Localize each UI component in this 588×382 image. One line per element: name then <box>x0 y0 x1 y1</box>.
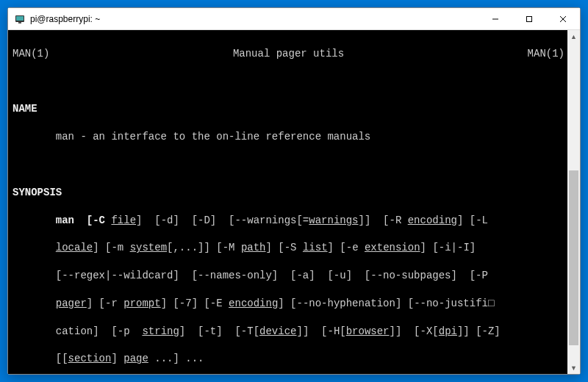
svg-rect-2 <box>18 22 21 24</box>
synopsis-line: locale] [-m system[,...]] [-M path] [-S … <box>12 241 564 255</box>
titlebar[interactable]: pi@raspberrypi: ~ <box>8 8 580 30</box>
synopsis-line: man [-C file] [-d] [-D] [--warnings[=war… <box>12 214 564 228</box>
minimize-button[interactable] <box>478 8 512 30</box>
synopsis-line: [--regex|--wildcard] [--names-only] [-a]… <box>12 269 564 283</box>
scroll-up-icon[interactable]: ▲ <box>567 30 580 43</box>
synopsis-line: [[section] page ...] ... <box>12 352 564 366</box>
section-name-heading: NAME <box>12 103 37 115</box>
section-synopsis-heading: SYNOPSIS <box>12 187 62 198</box>
vertical-scrollbar[interactable]: ▲ ▼ <box>567 30 580 374</box>
svg-rect-1 <box>16 16 24 21</box>
synopsis-line: pager] [-r prompt] [-7] [-E encoding] [-… <box>12 297 564 311</box>
scroll-down-icon[interactable]: ▼ <box>567 361 580 374</box>
name-line: man - an interface to the on-line refere… <box>12 130 564 144</box>
svg-rect-4 <box>527 16 532 21</box>
app-icon <box>14 13 26 25</box>
scrollbar-thumb[interactable] <box>569 170 578 346</box>
close-button[interactable] <box>546 8 580 30</box>
terminal-viewport[interactable]: MAN(1)Manual pager utilsMAN(1) NAME man … <box>8 30 567 374</box>
window-title: pi@raspberrypi: ~ <box>30 14 100 24</box>
scrollbar-track[interactable] <box>567 43 580 361</box>
maximize-button[interactable] <box>512 8 546 30</box>
man-header: MAN(1)Manual pager utilsMAN(1) <box>12 47 564 61</box>
synopsis-line: cation] [-p string] [-t] [-T[device]] [-… <box>12 325 564 339</box>
terminal-window: pi@raspberrypi: ~ MAN(1)Manual pager uti… <box>7 7 581 375</box>
